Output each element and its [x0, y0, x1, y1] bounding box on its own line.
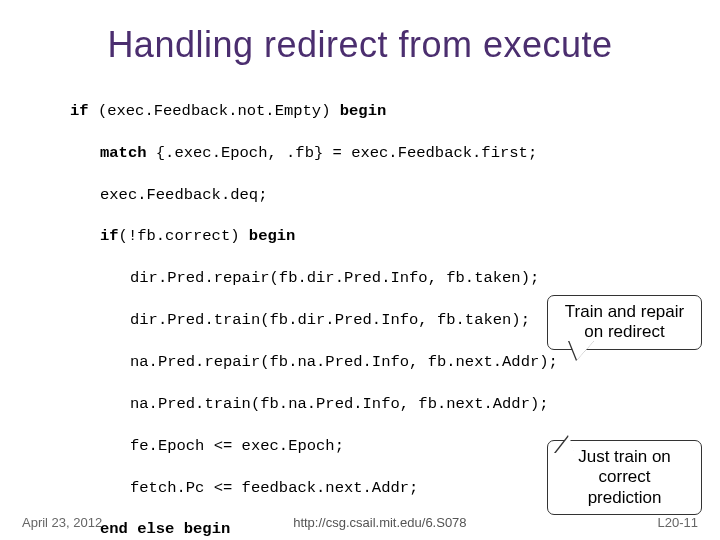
callout-line: correct prediction	[560, 467, 689, 508]
footer-slide-number: L20-11	[658, 515, 698, 530]
slide-title: Handling redirect from execute	[30, 24, 690, 66]
kw-begin: begin	[249, 227, 296, 245]
callout-line: Train and repair	[560, 302, 689, 322]
slide-footer: April 23, 2012 http://csg.csail.mit.edu/…	[0, 515, 720, 530]
code-text: fetch.Pc <= feedback.next.Addr;	[130, 479, 418, 497]
code-text: na.Pred.repair(fb.na.Pred.Info, fb.next.…	[130, 353, 558, 371]
code-text: {.exec.Epoch, .fb} = exec.Feedback.first…	[147, 144, 538, 162]
code-text: (!fb.correct)	[119, 227, 249, 245]
kw-match: match	[100, 144, 147, 162]
code-text: exec.Feedback.deq;	[100, 186, 267, 204]
code-text: dir.Pred.repair(fb.dir.Pred.Info, fb.tak…	[130, 269, 539, 287]
footer-url: http://csg.csail.mit.edu/6.S078	[102, 515, 657, 530]
footer-date: April 23, 2012	[22, 515, 102, 530]
code-text: fe.Epoch <= exec.Epoch;	[130, 437, 344, 455]
code-text: dir.Pred.train(fb.dir.Pred.Info, fb.take…	[130, 311, 530, 329]
code-text: (exec.Feedback.not.Empty)	[89, 102, 340, 120]
kw-begin: begin	[340, 102, 387, 120]
code-text: na.Pred.train(fb.na.Pred.Info, fb.next.A…	[130, 395, 549, 413]
callout-tail-icon	[555, 436, 575, 454]
kw-if: if	[70, 102, 89, 120]
callout-tail-icon	[569, 340, 595, 360]
kw-if: if	[100, 227, 119, 245]
callout-line: Just train on	[560, 447, 689, 467]
